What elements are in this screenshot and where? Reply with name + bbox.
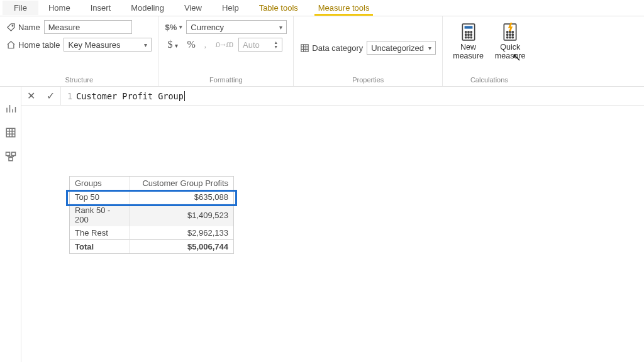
svg-point-12 <box>470 37 472 38</box>
home-icon <box>6 40 16 50</box>
chevron-down-icon: ▾ <box>428 45 431 52</box>
svg-point-18 <box>509 34 511 35</box>
decimal-shift-icon[interactable]: .0→.00 <box>213 40 235 50</box>
menu-bar: File Home Insert Modeling View Help Tabl… <box>0 0 644 16</box>
svg-rect-26 <box>9 158 13 161</box>
decimal-places-input[interactable]: Auto ▲▼ <box>238 38 282 52</box>
tab-modeling[interactable]: Modeling <box>121 1 174 15</box>
chevron-down-icon: ▾ <box>279 24 282 31</box>
svg-point-6 <box>470 31 472 33</box>
svg-point-21 <box>509 37 511 38</box>
report-view-icon[interactable] <box>5 103 16 114</box>
chevron-down-icon: ▾ <box>144 41 147 48</box>
svg-point-22 <box>512 37 513 38</box>
svg-point-9 <box>470 34 472 35</box>
svg-point-0 <box>12 25 13 26</box>
table-row[interactable]: Top 50 $635,088 <box>70 190 233 204</box>
calculator-icon <box>460 21 477 43</box>
tab-file[interactable]: File <box>3 1 38 15</box>
svg-rect-1 <box>301 44 308 51</box>
report-canvas[interactable]: Groups Customer Group Profits Top 50 $63… <box>21 106 644 362</box>
svg-point-8 <box>467 34 469 35</box>
svg-point-16 <box>512 31 513 33</box>
quick-measure-button[interactable]: Quick measure <box>491 20 530 62</box>
measure-name-input[interactable]: Measure <box>44 20 132 34</box>
comma-button[interactable]: , <box>202 40 209 50</box>
cancel-formula-button[interactable]: ✕ <box>21 90 41 102</box>
format-select[interactable]: Currency ▾ <box>186 20 287 34</box>
svg-rect-24 <box>6 152 9 155</box>
col-profits[interactable]: Customer Group Profits <box>130 177 233 190</box>
tab-insert[interactable]: Insert <box>80 1 121 15</box>
name-label: Name <box>6 23 40 32</box>
home-table-label: Home table <box>6 40 60 50</box>
model-view-icon[interactable] <box>5 151 16 162</box>
table-total-row[interactable]: Total $5,006,744 <box>70 240 233 254</box>
table-row[interactable]: The Rest $2,962,133 <box>70 226 233 240</box>
svg-point-17 <box>507 34 508 35</box>
mouse-cursor-icon: ↖ <box>512 50 521 64</box>
new-measure-button[interactable]: New measure <box>449 20 487 62</box>
table-row[interactable]: Rank 50 - 200 $1,409,523 <box>70 204 233 226</box>
svg-point-7 <box>465 34 466 35</box>
data-view-icon[interactable] <box>5 127 16 138</box>
svg-point-4 <box>465 31 466 33</box>
svg-point-10 <box>465 37 466 38</box>
svg-rect-23 <box>6 128 15 137</box>
line-number: 1 <box>61 91 76 101</box>
svg-point-5 <box>467 31 469 33</box>
home-table-select[interactable]: Key Measures ▾ <box>64 38 152 52</box>
structure-group-label: Structure <box>6 75 152 86</box>
svg-rect-3 <box>464 26 472 28</box>
calculations-group-label: Calculations <box>449 75 529 86</box>
group-calculations: New measure Quick measure Calculations <box>443 16 535 86</box>
col-groups[interactable]: Groups <box>70 177 130 190</box>
group-structure: Name Measure Home table Key Measures ▾ S… <box>0 16 158 86</box>
commit-formula-button[interactable]: ✓ <box>41 90 60 102</box>
svg-point-15 <box>509 31 511 33</box>
tab-measure-tools[interactable]: Measure tools <box>308 1 380 15</box>
formula-text: Customer Profit Group <box>76 91 184 101</box>
calculator-lightning-icon <box>501 21 519 43</box>
ribbon: Name Measure Home table Key Measures ▾ S… <box>0 16 644 87</box>
table-visual[interactable]: Groups Customer Group Profits Top 50 $63… <box>69 176 234 254</box>
data-category-label: Data category <box>300 43 363 53</box>
svg-point-19 <box>512 34 513 35</box>
tab-home[interactable]: Home <box>38 1 80 15</box>
group-properties: Data category Uncategorized ▾ Properties <box>294 16 443 86</box>
tab-table-tools[interactable]: Table tools <box>249 1 308 15</box>
grid-icon <box>300 43 309 53</box>
spinner-icon: ▲▼ <box>274 40 278 49</box>
data-category-select[interactable]: Uncategorized ▾ <box>367 41 436 55</box>
formatting-group-label: Formatting <box>165 75 287 86</box>
view-rail <box>0 87 21 362</box>
currency-button[interactable]: $ ▾ <box>165 39 180 50</box>
group-formatting: $%▾ Currency ▾ $ ▾ % , .0→.00 Auto ▲▼ <box>158 16 294 86</box>
svg-point-20 <box>507 37 508 38</box>
text-caret <box>184 91 185 101</box>
percent-button[interactable]: % <box>184 39 197 50</box>
formula-input[interactable]: 1 Customer Profit Group <box>60 87 644 105</box>
tab-help[interactable]: Help <box>212 1 249 15</box>
tab-view[interactable]: View <box>174 1 212 15</box>
svg-point-14 <box>507 31 508 33</box>
formula-bar: ✕ ✓ 1 Customer Profit Group <box>21 87 644 106</box>
tag-icon <box>6 23 16 32</box>
format-badge-icon: $%▾ <box>165 23 182 32</box>
svg-rect-25 <box>11 152 15 155</box>
svg-point-11 <box>467 37 469 38</box>
properties-group-label: Properties <box>300 75 436 86</box>
